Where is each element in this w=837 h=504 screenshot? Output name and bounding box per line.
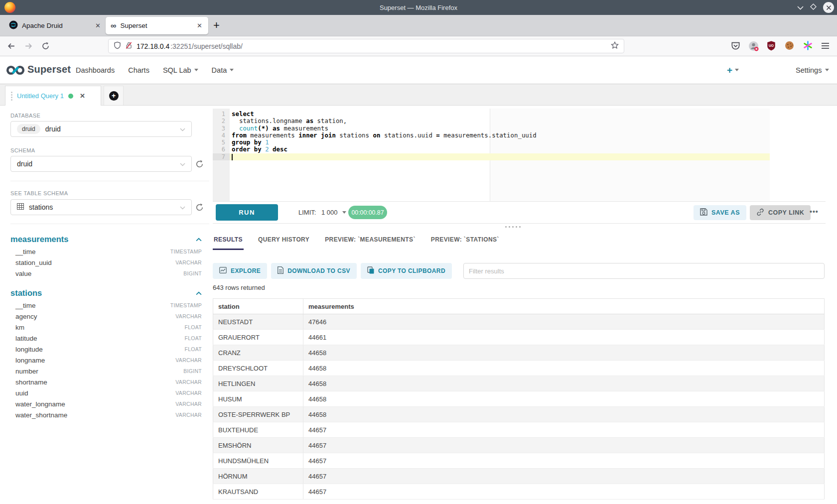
firefox-window: Superset — Mozilla Firefox Apache Druid … xyxy=(0,0,837,504)
results-tab-query-history[interactable]: QUERY HISTORY xyxy=(257,234,310,250)
pocket-icon[interactable] xyxy=(731,41,740,52)
table-cell: 44658 xyxy=(303,345,825,361)
schema-value: druid xyxy=(17,160,32,168)
back-icon[interactable] xyxy=(7,42,15,52)
superset-infinity-icon: ∞ xyxy=(111,22,116,30)
window-minimize-icon[interactable] xyxy=(797,3,804,12)
new-browser-tab-button[interactable]: + xyxy=(213,20,220,31)
caret-down-icon[interactable] xyxy=(342,211,346,214)
table-row: DREYSCHLOOT44658 xyxy=(213,361,825,376)
nav-item-sql-lab[interactable]: SQL Lab xyxy=(163,66,198,74)
download-csv-label: DOWNLOAD TO CSV xyxy=(287,267,350,274)
superset-navbar: Superset DashboardsChartsSQL LabData + S… xyxy=(0,56,837,84)
collapse-chevron-icon[interactable] xyxy=(196,288,202,297)
table-cell: GRAUERORT xyxy=(213,330,303,345)
table-select[interactable]: stations xyxy=(10,199,192,215)
copy-clipboard-button[interactable]: COPY TO CLIPBOARD xyxy=(361,263,452,279)
database-type-pill: druid xyxy=(17,124,40,134)
forward-icon[interactable] xyxy=(24,42,33,52)
save-as-button[interactable]: SAVE AS xyxy=(694,205,746,220)
code-line xyxy=(232,153,770,160)
schema-select[interactable]: druid xyxy=(10,156,192,172)
refresh-tables-icon[interactable] xyxy=(195,203,204,214)
nav-item-charts[interactable]: Charts xyxy=(128,66,149,74)
window-maximize-icon[interactable] xyxy=(810,3,817,12)
reload-icon[interactable] xyxy=(41,42,50,52)
table-schema-label: SEE TABLE SCHEMA xyxy=(10,190,68,196)
container-asterisk-icon[interactable] xyxy=(803,41,813,52)
tab-close-icon[interactable]: ✕ xyxy=(94,22,102,29)
column-name: longitude xyxy=(15,346,43,353)
editor-toolbar: RUN LIMIT: 1 000 00:00:00.87 SAVE AS COP… xyxy=(213,201,826,224)
copy-link-button[interactable]: COPY LINK xyxy=(750,205,811,220)
table-section-stations[interactable]: stations xyxy=(10,286,202,300)
column-row: __timeTIMESTAMP xyxy=(10,300,202,311)
column-type: TIMESTAMP xyxy=(170,302,202,308)
ublock-shield-icon[interactable]: UO xyxy=(767,41,776,53)
column-type: VARCHAR xyxy=(175,313,202,319)
table-value: stations xyxy=(29,203,53,211)
explore-button[interactable]: EXPLORE xyxy=(213,263,267,279)
table-cell: 44657 xyxy=(303,438,825,453)
run-button[interactable]: RUN xyxy=(216,204,278,221)
link-icon xyxy=(756,208,764,218)
table-row: HETLINGEN44658 xyxy=(213,376,825,391)
refresh-schema-icon[interactable] xyxy=(195,160,204,170)
editor-code-area[interactable]: select stations.longname as station, cou… xyxy=(230,109,770,201)
superset-logo-icon[interactable] xyxy=(5,65,25,78)
menu-icon[interactable] xyxy=(821,42,830,51)
column-header[interactable]: station xyxy=(213,299,303,314)
column-row: __timeTIMESTAMP xyxy=(10,246,202,257)
new-item-button[interactable]: + xyxy=(727,56,739,84)
pane-resize-handle[interactable] xyxy=(505,226,521,228)
collapse-chevron-icon[interactable] xyxy=(196,235,202,244)
rows-returned: 643 rows returned xyxy=(213,284,265,291)
close-icon[interactable]: ✕ xyxy=(80,92,85,100)
table-cell: BUXTEHUDE xyxy=(213,422,303,438)
results-tab-preview-stations[interactable]: PREVIEW: `STATIONS` xyxy=(430,234,500,250)
table-schema-list: measurements__timeTIMESTAMPstation_uuidV… xyxy=(10,230,202,420)
query-tabstrip: Untitled Query 1 ✕ + xyxy=(0,84,837,106)
column-name: agency xyxy=(15,313,37,320)
browser-tab-apache-druid[interactable]: Apache Druid ✕ xyxy=(4,17,107,34)
table-row: EMSHÖRN44657 xyxy=(213,438,825,453)
drag-handle-icon[interactable] xyxy=(11,92,12,101)
results-tab-preview-measurements[interactable]: PREVIEW: `MEASUREMENTS` xyxy=(324,234,417,250)
superset-brand[interactable]: Superset xyxy=(27,64,71,75)
column-row: kmFLOAT xyxy=(10,322,202,333)
cookie-icon[interactable] xyxy=(785,41,794,52)
bookmark-star-icon[interactable] xyxy=(611,41,619,51)
plus-icon: + xyxy=(727,65,732,76)
column-name: station_uuid xyxy=(15,259,52,266)
results-tab-results[interactable]: RESULTS xyxy=(213,234,244,250)
more-options-button[interactable]: ••• xyxy=(810,208,819,216)
window-titlebar: Superset — Mozilla Firefox xyxy=(0,0,837,15)
column-header[interactable]: measurements xyxy=(303,299,825,314)
url-bar[interactable]: 172.18.0.4:32251/superset/sqllab/ xyxy=(108,39,624,53)
query-tab-untitled-query-1[interactable]: Untitled Query 1 ✕ xyxy=(5,86,101,106)
tracking-shield-icon[interactable] xyxy=(114,41,121,51)
window-close-icon[interactable] xyxy=(823,2,834,13)
column-row: uuidVARCHAR xyxy=(10,387,202,398)
download-csv-button[interactable]: DOWNLOAD TO CSV xyxy=(271,263,357,279)
browser-tab-superset[interactable]: ∞ Superset ✕ xyxy=(106,17,208,34)
column-row: longitudeFLOAT xyxy=(10,344,202,355)
nav-item-data[interactable]: Data xyxy=(212,66,234,74)
new-query-tab-button[interactable]: + xyxy=(104,86,124,105)
account-extension-icon[interactable] xyxy=(748,41,759,53)
table-section-measurements[interactable]: measurements xyxy=(10,232,202,246)
sql-editor[interactable]: 1234567 select stations.longname as stat… xyxy=(213,109,770,201)
filter-results-input[interactable] xyxy=(463,263,825,279)
nav-item-dashboards[interactable]: Dashboards xyxy=(76,66,115,74)
copy-clipboard-label: COPY TO CLIPBOARD xyxy=(378,267,445,274)
column-row: longnameVARCHAR xyxy=(10,355,202,366)
settings-menu[interactable]: Settings xyxy=(796,56,829,84)
browser-tabstrip: Apache Druid ✕ ∞ Superset ✕ + xyxy=(0,15,837,36)
table-cell: 44658 xyxy=(303,361,825,376)
database-select[interactable]: druid druid xyxy=(10,121,192,137)
table-row: KRAUTSAND44657 xyxy=(213,484,825,500)
column-name: __time xyxy=(15,302,36,309)
limit-value[interactable]: 1 000 xyxy=(321,209,338,216)
insecure-lock-icon[interactable] xyxy=(125,41,133,51)
tab-close-icon[interactable]: ✕ xyxy=(196,22,203,29)
